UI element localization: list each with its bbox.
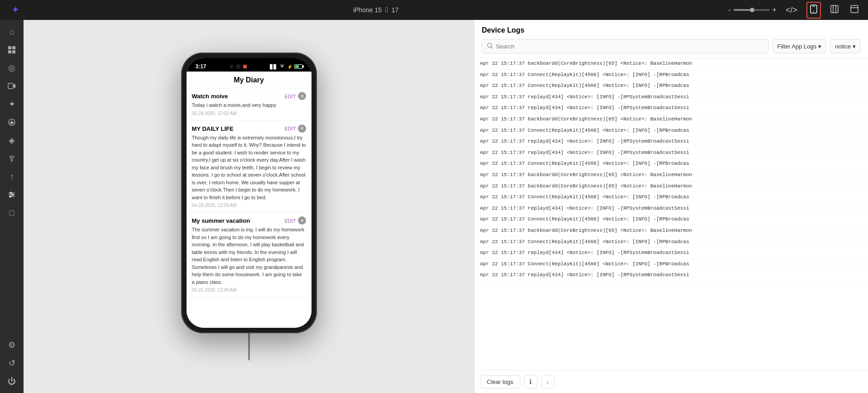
info-button[interactable]: ℹ — [524, 375, 537, 388]
sidebar-item-camera[interactable]: ◎ — [4, 60, 20, 76]
logs-content[interactable]: Apr 22 15:17:37 backboardd(CoreBrightnes… — [475, 58, 868, 370]
log-entry: Apr 22 15:17:37 Connect(ReplayKit)[4560]… — [475, 192, 868, 203]
wifi-icon — [279, 64, 285, 69]
notice-chevron: ▾ — [853, 43, 856, 50]
search-input[interactable] — [496, 43, 764, 50]
preview-area: 3:17 ▊▊ — [24, 20, 474, 393]
logs-title: Device Logs — [482, 26, 861, 34]
log-entry: Apr 22 15:17:37 replayd[434] <Notice>: [… — [475, 148, 868, 159]
sidebar-item-plugins[interactable]: ✦ — [4, 96, 20, 112]
notice-label: notice — [835, 43, 851, 50]
apple-logo:  — [385, 6, 388, 14]
delete-icon-2[interactable]: ✕ — [298, 125, 306, 133]
log-entry: Apr 22 15:17:37 Connect(ReplayKit)[4560]… — [475, 214, 868, 225]
zoom-plus[interactable]: + — [772, 6, 777, 14]
diary-entry-list: ✕ Watch moive EDIT Today i watch a moive… — [187, 88, 312, 326]
another-icon[interactable] — [848, 3, 861, 18]
entry-1-edit[interactable]: EDIT — [284, 94, 296, 99]
diary-entry-3: ✕ My summer vacation EDIT The summer vac… — [192, 213, 306, 297]
log-entry: Apr 22 15:17:37 replayd[434] <Notice>: [… — [475, 270, 868, 281]
sidebar-item-store[interactable] — [4, 114, 20, 130]
logs-footer: Clear logs ℹ ↓ — [475, 370, 868, 393]
log-entry: Apr 22 15:17:37 Connect(ReplayKit)[4560]… — [475, 70, 868, 81]
device-name-label: iPhone 15 — [353, 6, 382, 14]
signal-icon: ▊▊ — [270, 64, 277, 69]
top-bar-left: ✦ — [7, 2, 24, 18]
notice-filter-button[interactable]: notice ▾ — [830, 39, 861, 53]
svg-line-23 — [491, 47, 493, 48]
search-box[interactable] — [482, 39, 769, 53]
entry-2-edit[interactable]: EDIT — [284, 126, 296, 131]
device-preview-icon[interactable] — [806, 2, 821, 19]
svg-rect-6 — [851, 5, 858, 13]
entry-1-title: Watch moive — [192, 93, 228, 100]
filter-label: Filter App Logs — [777, 43, 817, 50]
entry-3-title: My summer vacation — [192, 217, 250, 224]
sidebar-item-home[interactable]: ⌂ — [4, 24, 20, 40]
phone-notch — [220, 62, 256, 72]
sidebar-item-video[interactable] — [4, 78, 20, 94]
zoom-controls: - + — [728, 6, 777, 14]
sidebar-item-power[interactable]: ⏻ — [4, 373, 20, 389]
log-entry: Apr 22 15:17:37 replayd[434] <Notice>: [… — [475, 248, 868, 259]
svg-rect-12 — [8, 83, 13, 89]
inspector-icon[interactable] — [828, 3, 841, 18]
log-entry: Apr 22 15:17:37 backboardd(CoreBrightnes… — [475, 58, 868, 70]
search-icon — [487, 43, 493, 50]
sidebar: ⌂ ◎ ✦ ◈ — [0, 20, 24, 393]
log-entry: Apr 22 15:17:37 backboardd(CoreBrightnes… — [475, 181, 868, 192]
sidebar-item-upload[interactable]: ↑ — [4, 168, 20, 185]
logo-icon[interactable]: ✦ — [7, 2, 24, 18]
svg-rect-2 — [812, 6, 815, 7]
log-entry: Apr 22 15:17:37 Connect(ReplayKit)[4560]… — [475, 81, 868, 92]
clear-logs-button[interactable]: Clear logs — [480, 375, 520, 388]
sidebar-item-device[interactable]: □ — [4, 205, 20, 221]
diary-entry-1: ✕ Watch moive EDIT Today i watch a moive… — [192, 88, 306, 121]
sidebar-item-location[interactable]: ◈ — [4, 132, 20, 149]
filter-app-logs-button[interactable]: Filter App Logs ▾ — [772, 39, 827, 53]
usb-cable — [248, 333, 250, 360]
svg-rect-11 — [12, 50, 15, 53]
entry-3-text: The summer vacation is ing. I will do my… — [192, 226, 306, 286]
log-entry: Apr 22 15:17:37 replayd[434] <Notice>: [… — [475, 103, 868, 114]
sidebar-item-components[interactable] — [4, 42, 20, 58]
clear-logs-label: Clear logs — [487, 379, 513, 385]
sidebar-item-refresh[interactable]: ↺ — [4, 355, 20, 371]
phone-time: 3:17 — [196, 63, 206, 70]
svg-point-22 — [488, 43, 492, 47]
top-bar-center: iPhone 15  17 — [353, 6, 398, 14]
logs-panel: Device Logs Filter App Logs ▾ — [474, 20, 868, 393]
log-entry: Apr 22 15:17:37 replayd[434] <Notice>: [… — [475, 203, 868, 215]
log-entry: Apr 22 15:17:37 replayd[434] <Notice>: [… — [475, 136, 868, 148]
entry-3-header: My summer vacation EDIT — [192, 217, 306, 224]
zoom-minus[interactable]: - — [728, 6, 730, 14]
delete-icon-3[interactable]: ✕ — [298, 216, 306, 225]
svg-marker-14 — [10, 120, 14, 125]
entry-3-date: 05-22-2020, 12:00 AM — [192, 288, 306, 292]
logs-header: Device Logs Filter App Logs ▾ — [475, 20, 868, 58]
sidebar-item-sliders[interactable] — [4, 187, 20, 203]
download-icon: ↓ — [546, 378, 549, 385]
svg-point-15 — [11, 160, 12, 161]
filter-chevron: ▾ — [818, 43, 821, 50]
log-entry: Apr 22 15:17:37 backboardd(CoreBrightnes… — [475, 114, 868, 125]
entry-3-edit[interactable]: EDIT — [284, 218, 296, 224]
zoom-slider[interactable] — [734, 9, 770, 11]
entry-2-header: MY DAILY LIFE EDIT — [192, 125, 306, 132]
sidebar-item-settings[interactable]: ⚙ — [4, 337, 20, 353]
phone-mockup: 3:17 ▊▊ — [181, 53, 317, 333]
log-entry: Apr 22 15:17:37 Connect(ReplayKit)[4560]… — [475, 125, 868, 137]
code-editor-icon[interactable]: </> — [784, 4, 799, 17]
svg-rect-10 — [8, 50, 11, 53]
log-entry: Apr 22 15:17:37 Connect(ReplayKit)[4560]… — [475, 237, 868, 248]
delete-icon-1[interactable]: ✕ — [298, 92, 306, 100]
sidebar-item-network[interactable] — [4, 150, 20, 167]
top-bar-right: - + </> — [728, 2, 861, 19]
bolt-icon: ⚡ — [287, 64, 293, 69]
info-icon: ℹ — [529, 378, 532, 385]
os-version-label: 17 — [392, 6, 399, 14]
entry-1-header: Watch moive EDIT — [192, 93, 306, 100]
svg-point-21 — [10, 196, 11, 197]
download-button[interactable]: ↓ — [541, 375, 555, 388]
phone-screen: 3:17 ▊▊ — [187, 58, 312, 328]
